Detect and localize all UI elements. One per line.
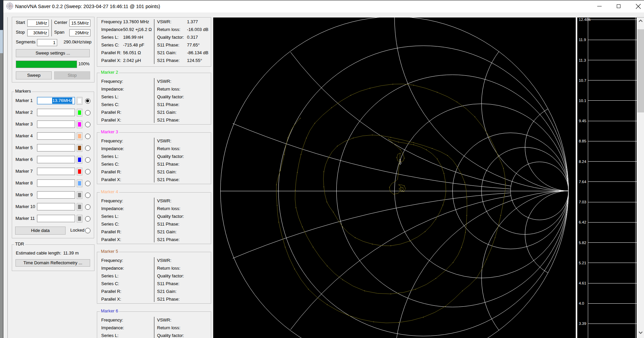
svg-text:4.61: 4.61: [579, 281, 586, 285]
svg-text:1: 1: [399, 159, 401, 163]
svg-text:4.0: 4.0: [579, 301, 584, 305]
svg-text:8.85: 8.85: [579, 139, 586, 143]
svg-text:3.39: 3.39: [579, 322, 586, 326]
svg-text:5.82: 5.82: [579, 241, 586, 245]
svg-text:10.7: 10.7: [579, 78, 586, 82]
svg-text:6.42: 6.42: [579, 220, 586, 224]
svg-text:7.64: 7.64: [579, 180, 586, 184]
svg-text:12.485: 12.485: [579, 18, 591, 22]
svg-text:5.21: 5.21: [579, 261, 586, 265]
svg-text:7.03: 7.03: [579, 200, 586, 204]
svg-text:9.45: 9.45: [579, 119, 586, 123]
svg-text:11.9: 11.9: [579, 38, 586, 42]
svg-text:11.3: 11.3: [579, 58, 586, 62]
svg-text:8.24: 8.24: [579, 160, 586, 164]
svg-text:10.1: 10.1: [579, 99, 586, 103]
